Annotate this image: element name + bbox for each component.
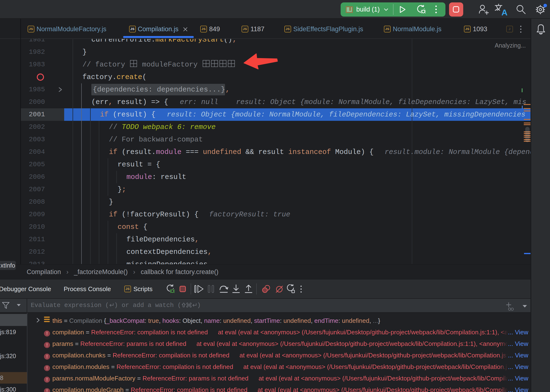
svg-text:A: A (501, 8, 507, 16)
